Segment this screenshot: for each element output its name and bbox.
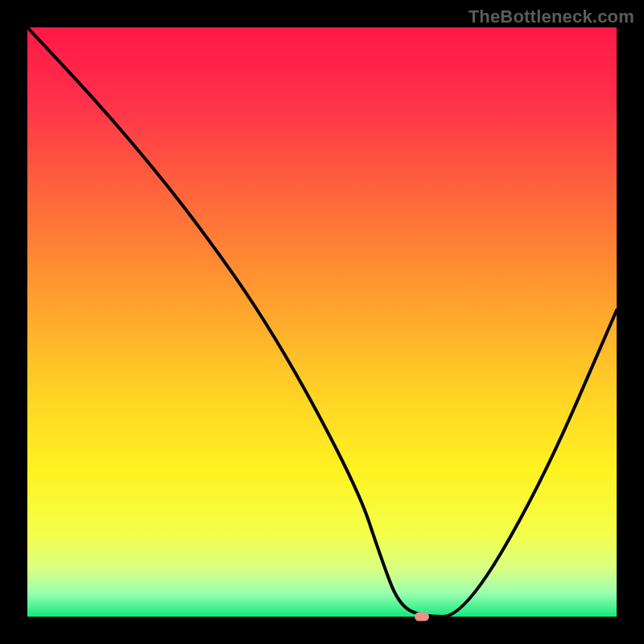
chart-frame <box>27 27 617 617</box>
chart-curve <box>27 27 617 617</box>
watermark-text: TheBottleneck.com <box>469 6 634 27</box>
curve-path <box>27 27 617 617</box>
curve-marker <box>415 613 429 621</box>
